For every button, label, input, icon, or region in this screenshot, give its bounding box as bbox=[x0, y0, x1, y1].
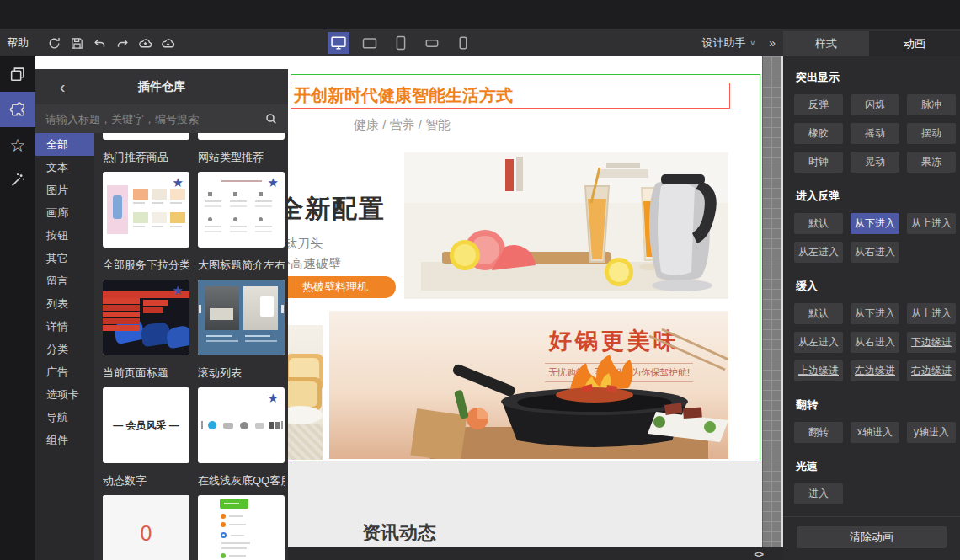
animation-button[interactable]: 上边缘进 bbox=[794, 360, 843, 381]
plugin-card-thumbnail bbox=[198, 495, 285, 560]
plugin-card-label: 全部服务下拉分类带... bbox=[103, 258, 189, 273]
wok-banner-image[interactable]: 好锅更美味 无忧购物，至诚服务为你保驾护航! Warm Home bbox=[329, 311, 728, 459]
animation-section-title: 突出显示 bbox=[796, 70, 960, 85]
animation-section-title: 缓入 bbox=[796, 279, 960, 294]
device-tablet-portrait-button[interactable] bbox=[390, 32, 412, 54]
wok-illustration bbox=[329, 311, 728, 459]
category-item[interactable]: 留言 bbox=[35, 269, 94, 292]
animation-button[interactable]: 默认 bbox=[794, 213, 843, 234]
help-button[interactable]: 帮助 bbox=[0, 29, 35, 56]
sidebar-magic-wand-icon[interactable] bbox=[0, 163, 35, 198]
plugin-card[interactable]: — 会员风采 — bbox=[103, 387, 189, 463]
animation-section-title: 翻转 bbox=[796, 397, 960, 413]
category-item[interactable]: 按钮 bbox=[35, 224, 94, 247]
cloud-download-icon[interactable] bbox=[161, 36, 175, 51]
design-assistant-dropdown[interactable]: 设计助手 ∨ bbox=[701, 29, 755, 56]
plugin-card[interactable]: 0 bbox=[103, 495, 189, 560]
code-view-icon[interactable]: <> bbox=[754, 549, 763, 559]
plugin-card[interactable] bbox=[198, 280, 285, 355]
hero-title-selected[interactable]: 开创新时代健康智能生活方式 bbox=[291, 83, 730, 109]
hero-tagline[interactable]: 健康 / 营养 / 智能 bbox=[354, 117, 451, 133]
animation-button[interactable]: 左边缘进 bbox=[851, 360, 899, 381]
plugin-card[interactable]: ★ bbox=[198, 387, 285, 463]
save-icon[interactable] bbox=[70, 36, 84, 51]
animation-button[interactable]: 从下进入 bbox=[851, 213, 899, 234]
canvas-scrollbar-ruler[interactable] bbox=[762, 56, 781, 547]
kettle-product-image[interactable] bbox=[404, 152, 728, 299]
more-chevron-icon[interactable]: » bbox=[769, 29, 776, 56]
plugin-card-label: 大图标题简介左右切... bbox=[198, 258, 285, 273]
category-item[interactable]: 画廊 bbox=[35, 201, 94, 224]
animation-button[interactable]: 摇动 bbox=[851, 123, 899, 144]
favorite-star-icon[interactable]: ★ bbox=[173, 176, 184, 189]
category-item[interactable]: 其它 bbox=[35, 247, 94, 269]
sidebar-plugins-icon[interactable] bbox=[0, 92, 35, 127]
animation-button[interactable]: 闪烁 bbox=[851, 94, 899, 115]
cloud-upload-icon[interactable] bbox=[138, 36, 152, 51]
favorite-star-icon[interactable]: ★ bbox=[173, 284, 184, 296]
sidebar-favorites-icon[interactable]: ☆ bbox=[0, 127, 35, 163]
plugin-card-label: 网站类型推荐 bbox=[198, 150, 285, 165]
animation-button[interactable]: 从上进入 bbox=[907, 303, 956, 324]
category-item[interactable]: 详情 bbox=[35, 315, 94, 338]
category-item[interactable]: 导航 bbox=[35, 406, 94, 429]
animation-button[interactable]: 反弹 bbox=[794, 94, 843, 115]
animation-button[interactable]: 橡胶 bbox=[794, 123, 843, 144]
animation-button[interactable]: 右边缘进 bbox=[907, 360, 956, 381]
category-item[interactable]: 选项卡 bbox=[35, 383, 94, 406]
animation-button[interactable]: 果冻 bbox=[907, 152, 956, 173]
animation-button[interactable]: 进入 bbox=[794, 483, 843, 504]
sidebar-pages-icon[interactable] bbox=[0, 56, 35, 92]
animation-button[interactable]: 从右进入 bbox=[851, 332, 899, 353]
back-chevron-icon[interactable]: ‹ bbox=[54, 77, 71, 97]
category-item[interactable]: 全部 bbox=[35, 133, 94, 156]
animation-button[interactable]: 从左进入 bbox=[794, 332, 843, 353]
search-icon[interactable] bbox=[264, 112, 278, 125]
redo-icon[interactable] bbox=[115, 36, 130, 51]
animation-button[interactable]: 从右进入 bbox=[851, 242, 899, 263]
plugin-search-input[interactable] bbox=[35, 113, 264, 125]
animation-button[interactable]: x轴进入 bbox=[851, 422, 899, 443]
feature-line1[interactable]: 钛刀头 bbox=[285, 236, 323, 252]
animation-button[interactable]: 脉冲 bbox=[907, 94, 956, 115]
category-item[interactable]: 组件 bbox=[35, 429, 94, 451]
animation-button[interactable]: 晃动 bbox=[851, 152, 899, 173]
animation-button[interactable]: 下边缘进 bbox=[907, 332, 956, 353]
animation-button[interactable]: 从下进入 bbox=[851, 303, 899, 324]
animation-button[interactable]: 默认 bbox=[794, 303, 843, 324]
plugin-card[interactable] bbox=[198, 495, 285, 560]
favorite-star-icon[interactable]: ★ bbox=[268, 176, 279, 189]
category-item[interactable]: 图片 bbox=[35, 179, 94, 201]
clear-animation-button[interactable]: 清除动画 bbox=[797, 526, 947, 548]
refresh-icon[interactable] bbox=[47, 36, 61, 51]
category-item[interactable]: 分类 bbox=[35, 338, 94, 360]
device-phone-landscape-button[interactable] bbox=[421, 32, 443, 54]
animation-button[interactable]: 翻转 bbox=[794, 422, 843, 443]
animation-button[interactable]: y轴进入 bbox=[907, 422, 956, 443]
animation-button[interactable]: 时钟 bbox=[794, 152, 843, 173]
tab-style[interactable]: 样式 bbox=[783, 31, 869, 56]
category-item[interactable]: 列表 bbox=[35, 292, 94, 315]
plugin-card-cut[interactable] bbox=[198, 133, 285, 140]
category-list: 全部文本图片画廊按钮其它留言列表详情分类广告选项卡导航组件 bbox=[35, 133, 94, 560]
animation-button[interactable]: 摆动 bbox=[907, 123, 956, 144]
feature-heading[interactable]: 全新配置 bbox=[278, 192, 386, 227]
plugin-card-thumbnail bbox=[198, 280, 285, 355]
plugin-card[interactable]: ★ bbox=[103, 280, 189, 355]
plugin-card-cut[interactable] bbox=[103, 133, 189, 140]
animation-button[interactable]: 从左进入 bbox=[794, 242, 843, 263]
device-desktop-button[interactable] bbox=[328, 32, 349, 54]
device-tablet-landscape-button[interactable] bbox=[359, 32, 381, 54]
plugin-card[interactable]: ★ bbox=[198, 172, 285, 248]
animation-button[interactable]: 从上进入 bbox=[907, 213, 956, 234]
tab-animation[interactable]: 动画 bbox=[869, 31, 960, 56]
plugin-card[interactable]: ★ bbox=[103, 172, 189, 248]
next-section-heading[interactable]: 资讯动态 bbox=[362, 520, 436, 546]
undo-icon[interactable] bbox=[93, 36, 107, 51]
plugin-card-thumbnail: 0 bbox=[103, 495, 189, 560]
category-item[interactable]: 文本 bbox=[35, 156, 94, 179]
feature-button[interactable]: 热破壁料理机 bbox=[275, 276, 396, 298]
device-phone-portrait-button[interactable] bbox=[452, 32, 474, 54]
favorite-star-icon[interactable]: ★ bbox=[268, 392, 279, 404]
category-item[interactable]: 广告 bbox=[35, 360, 94, 383]
